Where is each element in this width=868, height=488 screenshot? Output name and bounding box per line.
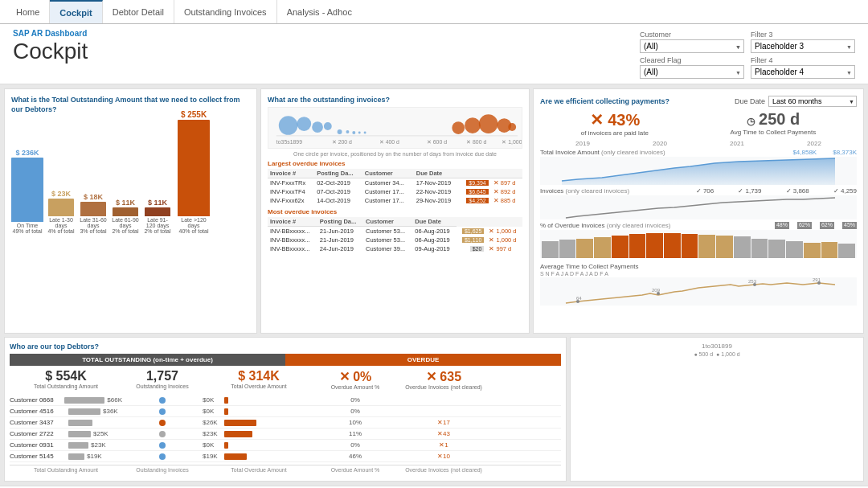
kpi2-value: ◷ 250 d [731, 110, 817, 129]
overdue-header: OVERDUE [285, 354, 561, 366]
list-item: Customer 3437 $26K 10% ✕17 [10, 417, 561, 429]
svg-point-15 [364, 131, 366, 133]
filter3-group: Filter 3 Placeholder 3 ▼ [751, 31, 855, 53]
kpi1-value: ✕ 43% [581, 110, 649, 129]
svg-point-12 [346, 130, 349, 133]
filter4-label: Filter 4 [751, 56, 855, 64]
total-overdue-metric: $ 314K Total Overdue Amount [203, 367, 315, 392]
due-date-select[interactable]: Last 60 months [768, 96, 857, 107]
bar-late60: $ 18K Late 31-60 days3% of total [79, 193, 108, 234]
filter3-select[interactable]: Placeholder 3 [751, 39, 855, 53]
top-nav: Home Cockpit Debtor Detail Outstanding I… [0, 0, 868, 24]
nav-tab-debtor[interactable]: Debtor Detail [103, 0, 174, 23]
inv-count3: ✓ 3,868 [786, 187, 809, 195]
panel-debtors: Who are our top Debtors? TOTAL OUTSTANDI… [4, 337, 567, 482]
pct-overdue-chart [540, 230, 857, 258]
table-row: INV-Fxxx62x 14-Oct-2019 Customer 17... 2… [268, 196, 522, 205]
amount-val2: $8,373K [833, 149, 857, 156]
svg-point-10 [324, 122, 332, 130]
kpi2-label: Avg Time to Collect Payments [731, 129, 817, 136]
cleared-filter-label: Cleared Flag [640, 56, 744, 64]
invoices-chart [540, 195, 857, 219]
svg-text:✕ 600 d: ✕ 600 d [427, 139, 447, 145]
customer-list: Customer 0668 $66K $0K 0% Customer [10, 395, 561, 462]
nav-tab-cockpit[interactable]: Cockpit [50, 0, 102, 23]
largest-overdue-label: Largest overdue invoices [268, 160, 522, 167]
due-date-label: Due Date [735, 97, 765, 105]
panel-outstanding: What is the Total Outstanding Amount tha… [4, 88, 257, 334]
svg-point-7 [279, 116, 298, 135]
svg-text:✕ 400 d: ✕ 400 d [379, 139, 399, 145]
total-outstanding-header: TOTAL OUTSTANDING (on-time + overdue) [10, 354, 285, 366]
svg-text:✕ 200 d: ✕ 200 d [332, 139, 352, 145]
most-overdue-table: Invoice # Posting Da... Customer Due Dat… [268, 217, 522, 253]
overdue-pct-metric: ✕ 0% Overdue Amount % [315, 367, 395, 392]
year-label: 2020 [621, 140, 698, 147]
svg-point-8 [297, 117, 311, 131]
svg-point-18 [479, 114, 498, 133]
panel-invoices-title: What are the outstanding invoices? [268, 96, 522, 104]
svg-point-14 [358, 131, 361, 133]
avg-time-label: Average Time to Collect Payments [540, 263, 639, 270]
list-item: Customer 0931 $23K $0K 0% ✕1 [10, 440, 561, 451]
table-row: INV-BBxxxxx... 21-Jun-2019 Customer 53..… [268, 227, 522, 236]
pct-overdue-label: % of Overdue Invoices (only cleared invo… [540, 222, 670, 229]
invoices-label: Invoices (only cleared invoices) [540, 187, 629, 195]
filter3-label: Filter 3 [751, 31, 855, 39]
bar-late30: $ 23K Late 1-30 days4% of total [47, 190, 76, 234]
svg-text:291: 291 [813, 277, 821, 282]
kpi-avg-time: ◷ 250 d Avg Time to Collect Payments [731, 110, 817, 137]
customer-filter-label: Customer [640, 31, 744, 39]
header-subtitle: SAP AR Dashboard [13, 29, 88, 38]
bubble-viz: to35s1899 ✕ 200 d ✕ 400 d ✕ 600 d ✕ 800 … [268, 107, 522, 149]
bubble-subtitle: One circle per invoice, positioned by on… [268, 151, 522, 157]
svg-text:209: 209 [652, 288, 661, 293]
inv-count4: ✓ 4,259 [833, 187, 857, 195]
kpi-paid-late: ✕ 43% of invoices are paid late [581, 110, 649, 137]
bar-chart: $ 236K On Time49% of total $ 23K Late 1-… [11, 117, 250, 234]
main-content: What is the Total Outstanding Amount tha… [0, 84, 868, 486]
nav-tab-home[interactable]: Home [6, 0, 50, 23]
customer-filter-group: Customer (All) ▼ [640, 31, 744, 53]
customer-filter-select[interactable]: (All) [640, 39, 744, 53]
cleared-filter-group: Cleared Flag (All) ▼ [640, 56, 744, 79]
header-left: SAP AR Dashboard Cockpit [13, 29, 88, 65]
list-item: Customer 4516 $36K $0K 0% [10, 406, 561, 417]
page-title: Cockpit [13, 38, 88, 65]
svg-point-11 [338, 129, 342, 134]
avg-time-chart: 64 209 253 291 [540, 277, 857, 306]
svg-point-16 [452, 121, 465, 134]
largest-overdue-table: Invoice # Posting Da... Customer Due Dat… [268, 169, 522, 205]
filter4-select[interactable]: Placeholder 4 [751, 65, 855, 79]
svg-text:✕ 1,000 d: ✕ 1,000 d [502, 139, 522, 145]
year-label: 2022 [776, 140, 853, 147]
table-row: INV-FxxxTF4 07-Oct-2019 Customer 17... 2… [268, 187, 522, 196]
overdue-not-cleared-metric: ✕ 635 Overdue Invoices (not cleared) [395, 367, 492, 392]
svg-text:✕ 800 d: ✕ 800 d [466, 139, 486, 145]
list-item: Customer 0668 $66K $0K 0% [10, 395, 561, 406]
header: SAP AR Dashboard Cockpit Customer (All) … [0, 24, 868, 84]
kpi1-label: of invoices are paid late [581, 129, 649, 137]
table-row: INV-BBxxxxx... 21-Jun-2019 Customer 53..… [268, 236, 522, 244]
filter4-group: Filter 4 Placeholder 4 ▼ [751, 56, 855, 79]
row1: What is the Total Outstanding Amount tha… [4, 88, 864, 334]
table-row: INV-FxxxTRx 02-Oct-2019 Customer 34... 1… [268, 178, 522, 188]
year-label: 2021 [698, 140, 776, 147]
panel-debtors-title: Who are our top Debtors? [10, 342, 561, 351]
svg-point-9 [312, 121, 323, 133]
filter-area: Customer (All) ▼ Filter 3 Placeholder 3 … [640, 31, 855, 79]
invoice-amount-chart [540, 157, 857, 185]
year-label: 2019 [544, 140, 621, 147]
bar-late120: $ 11K Late 91-120 days2% of total [143, 199, 172, 234]
nav-tab-analysis[interactable]: Analysis - Adhoc [277, 0, 362, 23]
outstanding-inv-metric: 1,757 Outstanding Invoices [122, 367, 203, 392]
total-invoice-label: Total Invoice Amount (only cleared invoi… [540, 149, 665, 156]
svg-point-20 [508, 123, 516, 131]
bar-ontime: $ 236K On Time49% of total [11, 149, 43, 234]
nav-tab-outstanding[interactable]: Outstanding Invoices [174, 0, 277, 23]
inv-count2: ✓ 1,739 [738, 187, 761, 195]
cleared-filter-select[interactable]: (All) [640, 65, 744, 79]
panel-invoices: What are the outstanding invoices? to35s… [260, 88, 530, 334]
panel-collecting: Are we efficient collecting payments? Du… [533, 88, 864, 334]
panel-outstanding-title: What is the Total Outstanding Amount tha… [11, 96, 250, 114]
